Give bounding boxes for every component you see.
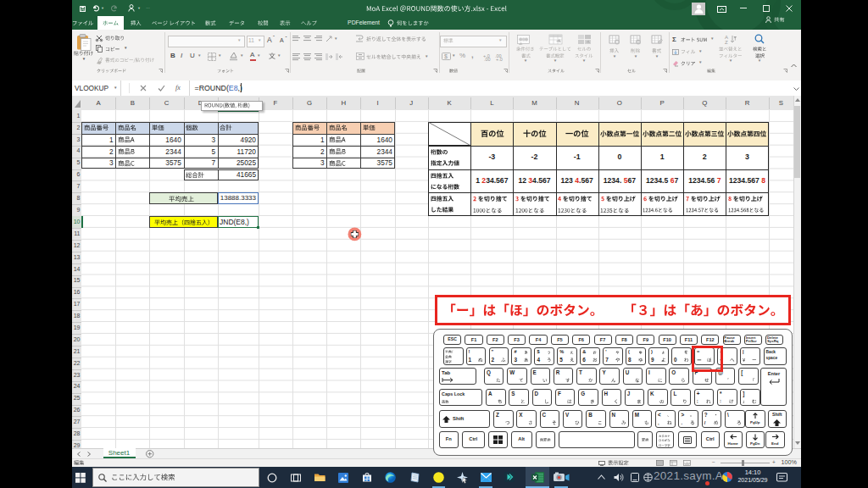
svg-text:Z: Z [725,40,728,45]
svg-text:+.0: +.0 [496,57,503,62]
svg-text:$: $ [444,53,448,59]
svg-text:.00: .00 [484,57,491,62]
